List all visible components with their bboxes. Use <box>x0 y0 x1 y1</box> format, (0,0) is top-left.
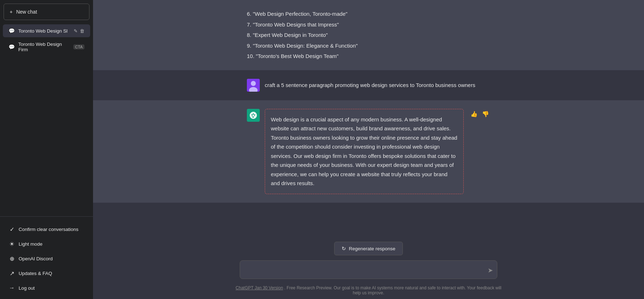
ai-response-content: Web design is a crucial aspect of any mo… <box>265 109 490 194</box>
plus-icon: + <box>10 9 13 15</box>
external-link-icon: ↗ <box>9 270 15 277</box>
chat-item-actions: ✎ 🗑 <box>74 28 84 34</box>
log-out-label: Log out <box>19 285 35 291</box>
openai-discord-item[interactable]: ⊕ OpenAI Discord <box>3 252 90 266</box>
ai-response-text: Web design is a crucial aspect of any mo… <box>271 115 458 188</box>
delete-icon[interactable]: 🗑 <box>80 28 84 34</box>
new-chat-label: New chat <box>16 9 37 15</box>
updates-faq-label: Updates & FAQ <box>19 271 52 276</box>
chat-item-title-2: Toronto Web Design Firm <box>18 42 70 52</box>
thumbs-up-button[interactable]: 👍 <box>469 110 479 119</box>
list-item: 9. "Toronto Web Design: Elegance & Funct… <box>247 40 490 51</box>
send-icon: ➤ <box>488 266 493 274</box>
regenerate-icon: ↻ <box>342 246 346 251</box>
chat-bubble-icon-2: 💬 <box>9 44 15 50</box>
light-mode-label: Light mode <box>19 241 43 247</box>
log-out-item[interactable]: → Log out <box>3 281 90 295</box>
svg-point-2 <box>251 81 256 86</box>
list-num-10: 10. <box>247 53 254 59</box>
chat-item-badge: CTA <box>73 44 84 49</box>
sun-icon: ☀ <box>9 241 15 247</box>
user-message-inner: craft a 5 sentence paragraph promoting w… <box>240 79 497 92</box>
list-text-10: "Toronto's Best Web Design Team" <box>256 53 338 59</box>
footer-note: ChatGPT Jan 30 Version . Free Research P… <box>233 283 504 299</box>
list-text-7: "Toronto Web Designs that Impress" <box>253 21 339 28</box>
list-text-8: "Expert Web Design in Toronto" <box>253 32 328 38</box>
main-chat-area: 6. "Web Design Perfection, Toronto-made"… <box>93 0 644 299</box>
light-mode-item[interactable]: ☀ Light mode <box>3 237 90 251</box>
avatar-svg <box>247 79 260 92</box>
new-chat-button[interactable]: + New chat <box>4 4 89 20</box>
sidebar-footer: ✓ Confirm clear conversations ☀ Light mo… <box>0 220 93 299</box>
openai-logo-svg <box>249 111 258 120</box>
input-area: ➤ <box>240 260 497 280</box>
logout-icon: → <box>9 285 15 291</box>
chat-messages: 6. "Web Design Perfection, Toronto-made"… <box>93 0 644 237</box>
chat-input[interactable] <box>240 260 497 279</box>
chat-item-2[interactable]: 💬 Toronto Web Design Firm CTA <box>3 38 90 56</box>
sidebar: + New chat 💬 Toronto Web Design Sl ✎ 🗑 💬… <box>0 0 93 299</box>
footer-text-rest: . Free Research Preview. Our goal is to … <box>284 285 501 295</box>
confirm-clear-label: Confirm clear conversations <box>19 227 78 232</box>
user-message-block: craft a 5 sentence paragraph promoting w… <box>93 70 644 100</box>
chat-bubble-icon: 💬 <box>9 28 15 34</box>
confirm-clear-item[interactable]: ✓ Confirm clear conversations <box>3 222 90 236</box>
sidebar-divider <box>0 216 93 217</box>
ai-response-block: Web design is a crucial aspect of any mo… <box>93 100 644 203</box>
regenerate-button[interactable]: ↻ Regenerate response <box>334 242 403 255</box>
updates-faq-item[interactable]: ↗ Updates & FAQ <box>3 266 90 280</box>
list-text-9: "Toronto Web Design: Elegance & Function… <box>253 43 358 49</box>
send-button[interactable]: ➤ <box>488 266 493 274</box>
chat-list: 💬 Toronto Web Design Sl ✎ 🗑 💬 Toronto We… <box>0 22 93 213</box>
discord-icon: ⊕ <box>9 255 15 262</box>
edit-icon[interactable]: ✎ <box>74 28 78 34</box>
list-item: 8. "Expert Web Design in Toronto" <box>247 30 490 40</box>
user-avatar <box>247 79 260 92</box>
list-num-9: 9. <box>247 43 252 49</box>
list-item: 7. "Toronto Web Designs that Impress" <box>247 19 490 30</box>
thumbs-down-button[interactable]: 👎 <box>481 110 490 119</box>
regenerate-label: Regenerate response <box>349 246 395 251</box>
list-num-6: 6. <box>247 11 252 17</box>
openai-discord-label: OpenAI Discord <box>19 256 53 261</box>
ai-feedback-icons: 👍 👎 <box>469 109 490 119</box>
user-avatar-image <box>247 79 260 92</box>
chat-bottom: ↻ Regenerate response ➤ ChatGPT Jan 30 V… <box>93 237 644 299</box>
list-text-6: "Web Design Perfection, Toronto-made" <box>253 11 347 17</box>
user-message-text: craft a 5 sentence paragraph promoting w… <box>265 79 475 90</box>
ai-response-inner: Web design is a crucial aspect of any mo… <box>240 109 497 194</box>
checkmark-icon: ✓ <box>9 226 15 233</box>
chat-item-title: Toronto Web Design Sl <box>18 28 68 34</box>
ai-response-text-box: Web design is a crucial aspect of any mo… <box>265 109 464 194</box>
footer-link[interactable]: ChatGPT Jan 30 Version <box>236 285 283 290</box>
list-item: 10. "Toronto's Best Web Design Team" <box>247 51 490 62</box>
numbered-list: 6. "Web Design Perfection, Toronto-made"… <box>240 9 497 62</box>
list-num-8: 8. <box>247 32 252 38</box>
ai-avatar <box>247 109 260 122</box>
list-item: 6. "Web Design Perfection, Toronto-made" <box>247 9 490 19</box>
chat-item-1[interactable]: 💬 Toronto Web Design Sl ✎ 🗑 <box>3 24 90 37</box>
list-num-7: 7. <box>247 21 252 28</box>
ai-list-block: 6. "Web Design Perfection, Toronto-made"… <box>93 0 644 70</box>
